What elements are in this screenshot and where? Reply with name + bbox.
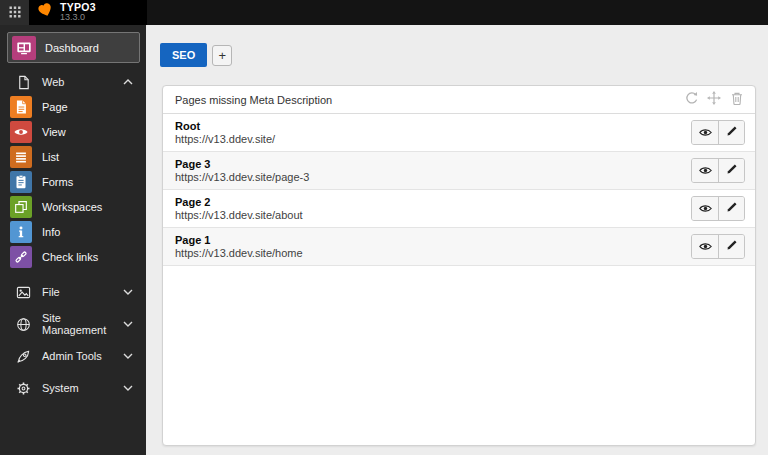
row-actions [691,120,745,145]
topbar: TYPO3 13.3.0 [0,0,768,25]
grid-icon [9,4,21,22]
dashboard-icon [12,36,36,60]
image-icon [15,284,31,300]
pencil-icon [726,239,738,254]
sidebar-web-items: Page View List Forms Workspaces [0,94,146,269]
row-title: Page 3 [175,158,309,171]
sidebar-item-info[interactable]: Info [0,219,146,244]
list-item: Page 2 https://v13.ddev.site/about [163,190,755,228]
refresh-button[interactable] [684,93,698,107]
sidebar-section-label: System [42,382,79,394]
sidebar-item-label: View [42,126,66,138]
row-title: Page 1 [175,234,303,247]
view-button[interactable] [692,121,718,144]
page-icon [10,96,32,118]
main-content: SEO + Pages missing Meta Description Roo… [146,25,768,455]
row-url: https://v13.ddev.site/page-3 [175,171,309,184]
sidebar-section-site-management[interactable]: Site Management [0,308,146,340]
trash-icon [730,91,744,108]
globe-icon [15,316,31,332]
sidebar-item-label: Workspaces [42,201,102,213]
eye-icon [699,125,712,140]
clipboard-icon [10,171,32,193]
chevron-down-icon [123,353,133,359]
row-url: https://v13.ddev.site/home [175,247,303,260]
sidebar-item-view[interactable]: View [0,119,146,144]
typo3-brand[interactable]: TYPO3 13.3.0 [29,0,147,25]
typo3-logo-icon [38,3,53,22]
tab-seo[interactable]: SEO [160,43,207,67]
edit-button[interactable] [718,235,744,258]
document-icon [15,74,31,90]
row-title: Page 2 [175,196,303,209]
sidebar-section-label: Site Management [42,312,123,336]
chevron-up-icon [123,79,133,85]
sidebar-section-file[interactable]: File [0,276,146,308]
chevron-down-icon [123,321,133,327]
delete-button[interactable] [730,93,744,107]
widget-actions [684,93,744,107]
pencil-icon [726,201,738,216]
view-button[interactable] [692,235,718,258]
view-button[interactable] [692,197,718,220]
layers-icon [10,196,32,218]
sidebar-item-label: Forms [42,176,73,188]
sidebar-item-check-links[interactable]: Check links [0,244,146,269]
sidebar: Dashboard Web Page View List [0,25,146,455]
sidebar-section-label: Admin Tools [42,350,102,362]
sidebar-section-label: File [42,286,60,298]
sidebar-item-label: Info [42,226,60,238]
row-actions [691,234,745,259]
product-version: 13.3.0 [60,13,96,22]
row-actions [691,196,745,221]
add-dashboard-button[interactable]: + [212,45,232,66]
pencil-icon [726,163,738,178]
sidebar-item-label: Check links [42,251,98,263]
sidebar-item-label: List [42,151,59,163]
chevron-down-icon [123,385,133,391]
chain-link-icon [10,246,32,268]
eye-icon [699,163,712,178]
eye-icon [699,201,712,216]
edit-button[interactable] [718,121,744,144]
chevron-down-icon [123,289,133,295]
eye-icon [699,239,712,254]
list-item: Page 1 https://v13.ddev.site/home [163,228,755,266]
row-title: Root [175,120,275,133]
rocket-icon [15,348,31,364]
dashboard-tabbar: SEO + [160,43,232,67]
view-eye-icon [10,121,32,143]
sidebar-item-forms[interactable]: Forms [0,169,146,194]
modules-menu-button[interactable] [0,0,29,25]
gear-icon [15,380,31,396]
list-item: Root https://v13.ddev.site/ [163,114,755,152]
sidebar-section-web[interactable]: Web [0,74,146,90]
pencil-icon [726,125,738,140]
sidebar-item-list[interactable]: List [0,144,146,169]
sidebar-item-workspaces[interactable]: Workspaces [0,194,146,219]
edit-button[interactable] [718,159,744,182]
widget-title: Pages missing Meta Description [175,94,332,106]
list-item: Page 3 https://v13.ddev.site/page-3 [163,152,755,190]
list-icon [10,146,32,168]
info-icon [10,221,32,243]
refresh-icon [684,91,698,108]
widget-pages-missing-meta-description: Pages missing Meta Description Root http… [162,85,756,446]
sidebar-item-label: Dashboard [45,42,99,54]
sidebar-section-admin-tools[interactable]: Admin Tools [0,340,146,372]
row-actions [691,158,745,183]
sidebar-item-page[interactable]: Page [0,94,146,119]
move-icon [707,91,721,108]
sidebar-section-system[interactable]: System [0,372,146,404]
move-button[interactable] [707,93,721,107]
view-button[interactable] [692,159,718,182]
sidebar-section-label: Web [42,76,64,88]
sidebar-item-label: Page [42,101,68,113]
row-url: https://v13.ddev.site/ [175,133,275,146]
sidebar-item-dashboard[interactable]: Dashboard [7,32,140,63]
row-url: https://v13.ddev.site/about [175,209,303,222]
widget-header: Pages missing Meta Description [163,86,755,114]
edit-button[interactable] [718,197,744,220]
